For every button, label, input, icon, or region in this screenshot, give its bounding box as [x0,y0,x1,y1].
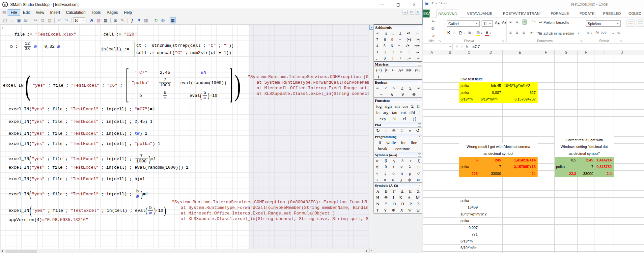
palette-button[interactable]: sign [384,104,392,109]
collapse-icon[interactable]: − [418,26,421,29]
palette-button[interactable]: ¬ [380,92,382,97]
palette-button[interactable]: ⁿ√▪ [414,43,420,48]
merge-dropdown-icon[interactable]: ▾ [578,32,579,35]
fill-color-icon[interactable]: ◍ [476,30,480,35]
palette-button[interactable]: break [378,146,387,152]
palette-button[interactable]: ({ [413,116,416,122]
palette-button[interactable]: Κ [399,195,402,200]
palette-button[interactable]: Π [401,201,404,207]
palette-button[interactable]: 6 [391,43,393,48]
palette-button[interactable]: τ [376,177,378,182]
scroll-right-icon[interactable]: ▶ [366,249,368,252]
palette-button[interactable]: i [392,31,394,36]
cell-text[interactable]: 0,007 [460,224,478,231]
undo-icon[interactable]: ↶ [56,17,63,23]
cell-text[interactable]: 0,007 [480,89,501,96]
tab-file[interactable]: EKA [423,10,430,17]
palette-button[interactable]: ψ [408,177,411,182]
cell-text[interactable]: 2,45 [578,157,593,164]
filter-icon[interactable]: ▼ [136,17,142,23]
cell-text[interactable]: feb.45 [480,82,501,89]
fill-color-dropdown-icon[interactable]: ▾ [481,32,482,35]
font-color-icon[interactable]: A [486,31,489,35]
cell-text[interactable]: polka [461,197,469,204]
cell-text[interactable]: polka [461,217,469,224]
palette-button[interactable]: 2 [384,49,386,55]
wrap-text-button[interactable]: Prelomi besedilo [544,20,569,24]
enter-icon[interactable]: ✓ [461,44,463,49]
vertical-scrollbar[interactable]: ▲ ▼ [369,25,373,253]
font-size-combobox[interactable]: 10▾ [73,17,85,23]
palette-button[interactable]: 7 [376,37,378,42]
palette-button[interactable]: λ [409,164,411,170]
cell-text[interactable]: 771 [460,231,478,238]
cell-text[interactable]: polka [556,163,565,170]
palette-button[interactable]: ο [392,171,395,176]
underline-button[interactable]: P [459,31,462,35]
child-minimize-icon[interactable]: — [403,10,408,14]
palette-button[interactable]: ln [376,110,379,115]
palette-button[interactable]: ξ [384,171,386,176]
palette-button[interactable]: Ρ [409,201,412,207]
palette-button[interactable]: 5 [383,43,386,48]
ribbon-tab-pregled[interactable]: PREGLED [602,10,622,17]
font-name-combobox[interactable]: Calibri▼ [447,20,480,27]
palette-button[interactable]: δ [402,158,404,163]
palette-button[interactable]: √▪ [406,43,409,48]
cell-text[interactable]: 7 [480,163,501,170]
cell-text[interactable]: 1,41421E+14 [503,157,536,164]
merged-cell[interactable]: Wrong result I got with "decimal commaas… [459,143,538,157]
menu-insert[interactable]: Insert [47,9,63,16]
minimize-icon[interactable]: — [379,2,385,7]
worksheet-grid[interactable]: Wrong result I got with "decimal commaas… [423,55,644,253]
palette-button[interactable]: γ [393,158,395,163]
undo-dropdown-icon[interactable]: ▾ [435,2,436,5]
palette-button[interactable]: for [401,140,406,145]
palette-button[interactable]: η [376,164,378,170]
palette-button[interactable]: / [400,56,401,61]
orientation-dropdown-icon[interactable]: ▾ [534,21,536,23]
palette-button[interactable]: ⊕ [392,128,396,133]
palette-button[interactable]: el [403,116,406,122]
number-format-combobox[interactable]: Splošno▼ [586,20,621,27]
scroll-up-icon[interactable]: ▲ [369,25,373,30]
math-expression[interactable]: excel_IN("yes" ; file ; "TestExcel" ; in… [9,119,153,124]
grow-font-icon[interactable]: A▴ [495,20,500,25]
shrink-font-icon[interactable]: A▾ [502,20,506,25]
formula-input[interactable]: =C7 [472,44,480,49]
palette-button[interactable]: + [399,37,401,42]
collapse-icon[interactable]: − [418,135,421,138]
palette-button[interactable]: > [393,86,395,91]
copy-icon[interactable]: ⧉ [432,26,434,31]
scroll-down-icon[interactable]: ▼ [369,248,373,253]
palette-button[interactable]: Ξ [385,201,387,207]
scrollbar-thumb[interactable] [6,250,37,253]
decrease-decimal-icon[interactable]: ,00→ [617,31,623,34]
palette-button[interactable]: ∞ [376,31,379,36]
palette-button[interactable]: cos [403,104,408,109]
math-expression[interactable]: excel_IN("yes" ; file ; "TestExcel" ; in… [9,154,156,164]
palette-button[interactable]: Υ [384,208,387,213]
math-expression[interactable]: excel_IN("yes" ; file ; "TestExcel" ; in… [9,189,148,199]
cell-text[interactable]: 3,15789E+13 [503,163,536,170]
menu-view[interactable]: View [33,9,47,16]
border-icon[interactable]: ▦ [102,17,109,23]
palette-button[interactable]: (∷) [376,68,382,73]
palette-button[interactable]: Ο [393,201,396,207]
palette-button[interactable]: ρ [409,171,411,176]
insert-function-icon[interactable]: fx [466,44,468,48]
palette-button[interactable]: ī×ī [415,68,420,73]
child-close-icon[interactable]: ✕ [415,10,420,14]
palette-button[interactable]: ▪ᵀ [392,68,395,73]
menu-tools[interactable]: Tools [89,9,104,16]
increase-decimal-icon[interactable]: ←,0 [609,31,614,34]
redo-dropdown-icon[interactable]: ▾ [443,2,444,5]
palette-button[interactable]: Χ [400,208,403,213]
palette-button[interactable]: ∫ [418,110,420,115]
palette-button[interactable]: Ψ [408,208,411,213]
column-header-D[interactable]: D [479,50,503,55]
palette-button[interactable]: 1 [376,49,378,55]
cell-text[interactable]: 33000 [578,170,593,177]
font-color-icon[interactable]: A [89,17,95,23]
undo-icon[interactable]: ↶ [431,1,434,6]
